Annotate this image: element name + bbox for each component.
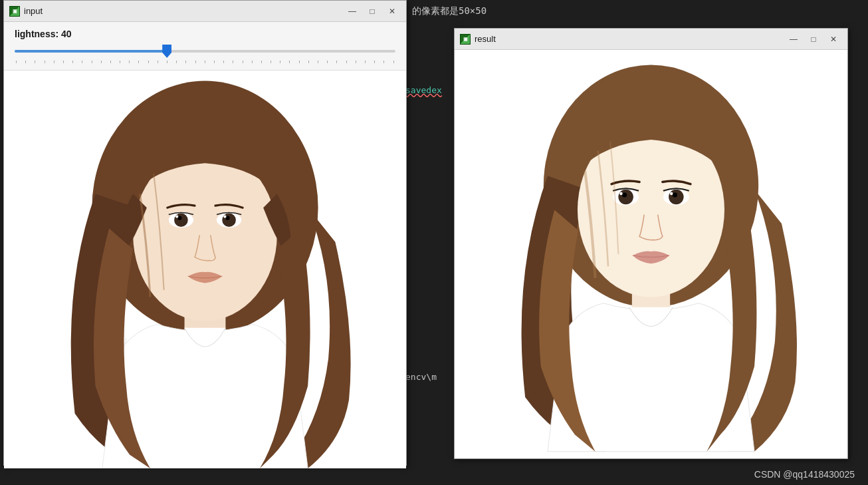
slider-label: lightness: 40 — [15, 29, 395, 39]
result-titlebar: ▣ result — □ ✕ — [455, 29, 847, 50]
svg-point-5 — [174, 213, 188, 227]
slider-tick — [92, 61, 92, 63]
result-title-left: ▣ result — [460, 34, 496, 45]
input-image-area — [4, 71, 406, 468]
slider-thumb[interactable] — [162, 45, 171, 58]
slider-tick — [205, 61, 205, 63]
slider-track — [15, 50, 395, 53]
result-portrait-svg — [455, 50, 847, 458]
slider-tick — [158, 61, 158, 63]
slider-tick — [176, 61, 177, 63]
result-window-title: result — [475, 34, 496, 44]
slider-tick — [346, 61, 347, 63]
slider-tick — [289, 61, 290, 63]
result-close-button[interactable]: ✕ — [825, 33, 842, 46]
svg-point-19 — [619, 192, 623, 196]
slider-tick — [120, 61, 120, 63]
result-minimize-button[interactable]: — — [785, 33, 802, 46]
input-maximize-button[interactable]: □ — [364, 5, 381, 18]
slider-tick — [223, 61, 224, 63]
slider-tick — [72, 61, 73, 63]
input-portrait-svg — [4, 71, 406, 468]
slider-tick — [101, 61, 102, 63]
slider-tick — [45, 61, 45, 63]
slider-tick — [280, 61, 280, 63]
watermark: CSDN @qq1418430025 — [754, 469, 855, 480]
svg-point-7 — [175, 216, 178, 218]
slider-tick — [138, 61, 139, 63]
result-window-icon: ▣ — [460, 34, 471, 45]
slider-tick — [383, 61, 384, 63]
svg-point-21 — [669, 190, 684, 205]
bg-text-top: 的像素都是50×50 — [412, 5, 487, 17]
slider-tick — [167, 61, 167, 63]
slider-tick — [148, 61, 149, 63]
bg-text-bottom-left: encv\m — [405, 372, 437, 382]
svg-point-18 — [622, 192, 627, 197]
input-window: ▣ input — □ ✕ lightness: 40 — [3, 0, 407, 466]
slider-tick — [110, 61, 111, 63]
slider-tick — [35, 61, 35, 63]
input-titlebar: ▣ input — □ ✕ — [4, 1, 406, 22]
result-window-controls: — □ ✕ — [785, 33, 842, 46]
result-maximize-button[interactable]: □ — [805, 33, 822, 46]
slider-tick — [393, 61, 394, 63]
svg-point-22 — [673, 192, 677, 197]
slider-tick — [82, 61, 82, 63]
slider-tick — [261, 61, 262, 63]
slider-tick — [374, 61, 375, 63]
slider-tick — [129, 61, 130, 63]
slider-container[interactable] — [15, 43, 395, 59]
slider-tick — [318, 61, 318, 63]
slider-tick — [365, 61, 366, 63]
result-cv-logo-icon: ▣ — [460, 34, 471, 45]
input-minimize-button[interactable]: — — [344, 5, 361, 18]
slider-tick — [271, 61, 271, 63]
cv-logo-icon: ▣ — [9, 6, 20, 17]
input-window-icon: ▣ — [9, 6, 20, 17]
slider-tick — [336, 61, 337, 63]
slider-tick — [25, 61, 26, 63]
slider-tick — [54, 61, 54, 63]
svg-point-11 — [223, 216, 226, 218]
svg-point-17 — [618, 190, 633, 205]
slider-ticks — [15, 61, 395, 63]
svg-point-9 — [222, 213, 236, 227]
slider-tick — [356, 61, 356, 63]
result-window: ▣ result — □ ✕ — [454, 28, 848, 459]
slider-tick — [299, 61, 300, 63]
slider-area: lightness: 40 — [4, 22, 406, 71]
bg-text-mid: savedex — [405, 85, 442, 95]
slider-tick — [195, 61, 196, 63]
input-close-button[interactable]: ✕ — [383, 5, 401, 18]
slider-tick — [185, 61, 186, 63]
slider-tick — [63, 61, 64, 63]
slider-fill — [15, 50, 167, 53]
slider-tick — [308, 61, 309, 63]
slider-tick — [243, 61, 243, 63]
svg-point-23 — [670, 192, 673, 196]
slider-tick — [16, 61, 17, 63]
input-window-controls: — □ ✕ — [344, 5, 401, 18]
slider-tick — [327, 61, 328, 63]
input-window-title: input — [24, 6, 43, 16]
result-image-area — [455, 50, 847, 458]
slider-tick — [214, 61, 215, 63]
slider-tick — [252, 61, 253, 63]
input-title-left: ▣ input — [9, 6, 43, 17]
slider-tick — [233, 61, 233, 63]
